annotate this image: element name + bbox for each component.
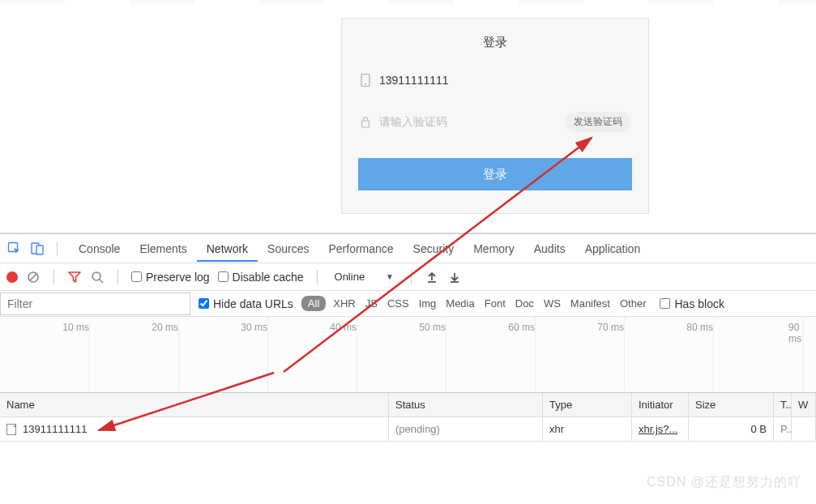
filter-type-manifest[interactable]: Manifest — [568, 297, 613, 310]
svg-rect-5 — [36, 246, 43, 254]
lock-icon — [360, 115, 371, 130]
login-submit-button[interactable]: 登录 — [358, 158, 632, 190]
tab-audits[interactable]: Audits — [524, 236, 575, 262]
request-time: P... — [774, 417, 792, 441]
timeline-tick: 80 ms — [686, 322, 713, 333]
timeline-overview[interactable]: 10 ms20 ms30 ms40 ms50 ms60 ms70 ms80 ms… — [0, 317, 816, 393]
timeline-tick: 30 ms — [241, 322, 267, 333]
initiator-link[interactable]: xhr.js?... — [639, 423, 677, 435]
filter-type-other[interactable]: Other — [617, 297, 649, 310]
filter-type-ws[interactable]: WS — [541, 297, 563, 310]
filter-input[interactable] — [0, 293, 190, 315]
tab-memory[interactable]: Memory — [464, 236, 524, 262]
divider — [57, 241, 58, 256]
svg-line-9 — [100, 280, 103, 283]
svg-line-7 — [30, 274, 36, 280]
request-waterfall — [792, 417, 816, 441]
search-icon[interactable] — [90, 270, 105, 284]
login-card: 登录 13911111111 请输入验证码 发送验证码 登录 — [341, 18, 649, 214]
upload-har-icon[interactable] — [425, 270, 439, 284]
col-time[interactable]: T... — [774, 393, 792, 416]
timeline-tick: 60 ms — [508, 322, 535, 333]
divider — [411, 270, 412, 284]
filter-type-font[interactable]: Font — [482, 297, 508, 310]
request-name: 13911111111 — [23, 423, 88, 435]
request-size: 0 B — [689, 417, 774, 441]
svg-point-1 — [365, 83, 366, 85]
hide-data-urls-checkbox[interactable]: Hide data URLs — [199, 297, 293, 310]
tab-sources[interactable]: Sources — [258, 236, 318, 262]
has-blocked-checkbox[interactable]: Has block — [660, 297, 724, 310]
tab-security[interactable]: Security — [404, 236, 464, 262]
preserve-log-input[interactable] — [131, 271, 142, 282]
timeline-tick: 50 ms — [419, 322, 446, 333]
file-icon — [6, 424, 16, 435]
download-har-icon[interactable] — [447, 270, 462, 284]
filter-type-media[interactable]: Media — [443, 297, 476, 310]
col-name[interactable]: Name — [0, 393, 389, 416]
tab-performance[interactable]: Performance — [318, 236, 403, 262]
divider — [117, 270, 118, 284]
login-title: 登录 — [358, 35, 632, 50]
tab-elements[interactable]: Elements — [130, 236, 196, 262]
request-status: (pending) — [389, 417, 543, 441]
table-row[interactable]: 13911111111(pending)xhrxhr.js?...0 BP... — [0, 417, 816, 442]
col-size[interactable]: Size — [689, 393, 774, 416]
col-type[interactable]: Type — [543, 393, 632, 416]
hide-data-urls-input[interactable] — [199, 298, 209, 309]
send-code-button[interactable]: 发送验证码 — [566, 112, 630, 132]
phone-icon — [360, 73, 371, 88]
svg-point-8 — [92, 272, 100, 280]
has-blocked-input[interactable] — [660, 298, 670, 309]
filter-type-js[interactable]: JS — [363, 297, 380, 310]
disable-cache-checkbox[interactable]: Disable cache — [218, 271, 304, 284]
tab-network[interactable]: Network — [197, 236, 258, 262]
filter-row: Hide data URLs AllXHRJSCSSImgMediaFontDo… — [0, 291, 816, 317]
filter-type-all[interactable]: All — [301, 296, 326, 311]
tab-console[interactable]: Console — [69, 236, 130, 262]
device-toggle-icon[interactable] — [29, 241, 45, 257]
page-viewport: 登录 13911111111 请输入验证码 发送验证码 登录 — [0, 0, 816, 233]
col-status[interactable]: Status — [389, 393, 543, 416]
filter-type-xhr[interactable]: XHR — [331, 297, 357, 310]
filter-type-css[interactable]: CSS — [385, 297, 412, 310]
timeline-tick: 40 ms — [330, 322, 357, 333]
divider — [53, 270, 54, 284]
svg-rect-2 — [362, 121, 370, 127]
network-controls-row: Preserve log Disable cache Online ▼ — [0, 263, 816, 291]
watermark: CSDN @还是想努力的吖 — [647, 474, 801, 491]
network-table: Name Status Type Initiator Size T... W 1… — [0, 393, 816, 442]
clear-button[interactable] — [26, 270, 41, 284]
filter-toggle-icon[interactable] — [67, 270, 82, 284]
phone-field-row[interactable]: 13911111111 — [358, 66, 632, 94]
preserve-log-checkbox[interactable]: Preserve log — [131, 271, 210, 284]
col-initiator[interactable]: Initiator — [632, 393, 689, 416]
request-type: xhr — [543, 417, 632, 441]
chevron-down-icon: ▼ — [386, 272, 394, 281]
filter-type-doc[interactable]: Doc — [513, 297, 536, 310]
inspect-element-icon[interactable] — [6, 241, 23, 257]
timeline-tick: 20 ms — [152, 322, 178, 333]
phone-value: 13911111111 — [379, 74, 449, 87]
code-field-row[interactable]: 请输入验证码 发送验证码 — [358, 105, 632, 139]
col-waterfall[interactable]: W — [792, 393, 816, 416]
code-placeholder: 请输入验证码 — [379, 115, 558, 130]
table-header-row: Name Status Type Initiator Size T... W — [0, 393, 816, 417]
disable-cache-input[interactable] — [218, 271, 229, 282]
divider — [317, 270, 318, 284]
timeline-tick: 70 ms — [597, 322, 624, 333]
devtools-panel: ConsoleElementsNetworkSourcesPerformance… — [0, 233, 816, 442]
timeline-tick: 90 ms — [788, 322, 802, 344]
tab-application[interactable]: Application — [575, 236, 651, 262]
record-button[interactable] — [6, 271, 18, 283]
throttling-select[interactable]: Online ▼ — [331, 268, 398, 285]
filter-type-img[interactable]: Img — [417, 297, 439, 310]
devtools-tabs-row: ConsoleElementsNetworkSourcesPerformance… — [0, 234, 816, 263]
timeline-tick: 10 ms — [62, 322, 89, 333]
